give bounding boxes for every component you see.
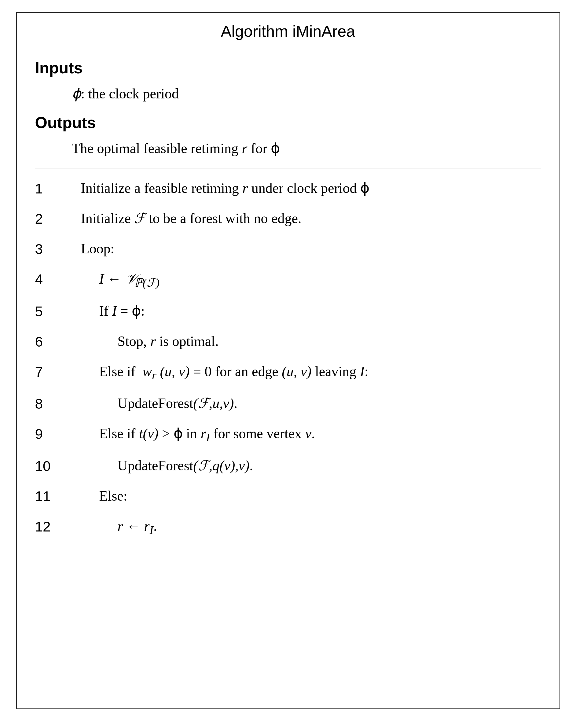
- inputs-text: : the clock period: [81, 86, 179, 102]
- step-content-8: UpdateForest(ℱ,u,v).: [118, 393, 541, 414]
- outputs-label: Outputs: [35, 113, 541, 132]
- step-number-6: 6: [35, 331, 63, 353]
- step-number-5: 5: [35, 301, 63, 322]
- step-number-8: 8: [35, 393, 63, 414]
- step-content-4: I ← 𝒱ℙ(ℱ): [99, 268, 541, 292]
- step-content-12: r ← rI.: [118, 515, 541, 539]
- phi-symbol: ϕ: [72, 86, 81, 102]
- step-number-7: 7: [35, 361, 63, 383]
- step-content-9: Else if t(v) > ϕ in rI for some vertex v…: [99, 423, 541, 447]
- step-number-9: 9: [35, 423, 63, 445]
- step-number-12: 12: [35, 515, 63, 537]
- step-content-5: If I = ϕ:: [99, 301, 541, 321]
- inputs-content: ϕ: the clock period: [72, 83, 541, 104]
- step-content-3: Loop:: [81, 238, 541, 259]
- step-number-2: 2: [35, 208, 63, 229]
- step-row-4: 4 I ← 𝒱ℙ(ℱ): [35, 268, 541, 292]
- step-row-8: 8 UpdateForest(ℱ,u,v).: [35, 393, 541, 414]
- step-row-2: 2 Initialize ℱ to be a forest with no ed…: [35, 208, 541, 229]
- step-content-1: Initialize a feasible retiming r under c…: [81, 177, 541, 199]
- outputs-content: The optimal feasible retiming r for ϕ: [72, 138, 541, 159]
- algorithm-title: Algorithm iMinArea: [35, 22, 541, 44]
- step-row-5: 5 If I = ϕ:: [35, 301, 541, 322]
- step-row-10: 10 UpdateForest(ℱ,q(v),v).: [35, 455, 541, 477]
- step-content-11: Else:: [99, 485, 541, 506]
- step-row-1: 1 Initialize a feasible retiming r under…: [35, 177, 541, 199]
- step-number-10: 10: [35, 455, 63, 477]
- inputs-label: Inputs: [35, 59, 541, 77]
- step-row-7: 7 Else if wr (u, v) = 0 for an edge (u, …: [35, 361, 541, 385]
- step-number-11: 11: [35, 485, 63, 507]
- step-row-11: 11 Else:: [35, 485, 541, 507]
- step-content-6: Stop, r is optimal.: [118, 331, 541, 352]
- step-row-3: 3 Loop:: [35, 238, 541, 260]
- step-row-6: 6 Stop, r is optimal.: [35, 331, 541, 353]
- step-content-10: UpdateForest(ℱ,q(v),v).: [118, 455, 541, 476]
- step-number-3: 3: [35, 238, 63, 260]
- algorithm-box: Algorithm iMinArea Inputs ϕ: the clock p…: [16, 12, 560, 709]
- step-row-9: 9 Else if t(v) > ϕ in rI for some vertex…: [35, 423, 541, 447]
- step-row-12: 12 r ← rI.: [35, 515, 541, 539]
- step-number-4: 4: [35, 268, 63, 290]
- step-content-7: Else if wr (u, v) = 0 for an edge (u, v)…: [99, 361, 541, 385]
- step-number-1: 1: [35, 177, 63, 199]
- step-content-2: Initialize ℱ to be a forest with no edge…: [81, 208, 541, 229]
- section-divider: [35, 168, 541, 168]
